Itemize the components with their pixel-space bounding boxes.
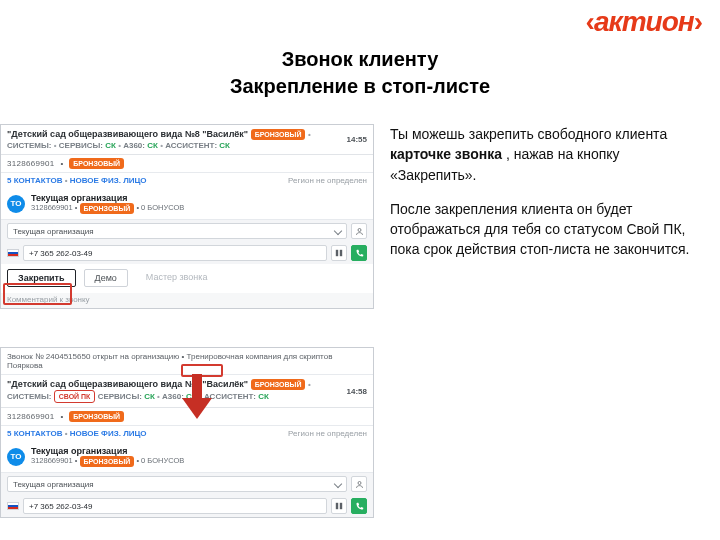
svg-rect-3 xyxy=(192,374,202,400)
demo-button[interactable]: Демо xyxy=(84,269,128,287)
region-hint: Регион не определен xyxy=(288,176,367,185)
screenshot-before: "Детский сад общеразвивающего вида №8 "В… xyxy=(0,124,374,309)
call-banner: Звонок № 2404515650 открыт на организаци… xyxy=(1,348,373,375)
action-tabs: Закрепить Демо Мастер звонка xyxy=(1,264,373,293)
badge-bronze-2: БРОНЗОВЫЙ xyxy=(69,158,124,169)
title-line-2: Закрепление в стоп-листе xyxy=(0,73,720,100)
pause-button[interactable] xyxy=(331,245,347,261)
svg-point-5 xyxy=(358,481,361,484)
org-id: 3128669901 xyxy=(7,159,55,168)
title-line-1: Звонок клиенту xyxy=(0,46,720,73)
org-select[interactable]: Текущая организация xyxy=(7,223,347,239)
phone-input[interactable]: +7 365 262-03-49 xyxy=(23,245,327,261)
org-id: 3128669901 xyxy=(7,412,55,421)
svg-point-0 xyxy=(358,228,361,231)
svg-rect-1 xyxy=(336,250,338,256)
person-button[interactable] xyxy=(351,476,367,492)
chevron-down-icon xyxy=(334,480,342,488)
screenshots-column: "Детский сад общеразвивающего вида №8 "В… xyxy=(0,124,380,522)
pause-button[interactable] xyxy=(331,498,347,514)
brand-angle-left: ‹ xyxy=(586,6,594,37)
comment-label: Комментарий к звонку xyxy=(1,293,373,308)
description-column: Ты можешь закрепить свободного клиента к… xyxy=(380,124,720,522)
svg-rect-2 xyxy=(340,250,342,256)
page-title: Звонок клиенту Закрепление в стоп-листе xyxy=(0,46,720,100)
call-time: 14:55 xyxy=(347,135,367,144)
phone-input[interactable]: +7 365 262-03-49 xyxy=(23,498,327,514)
svg-rect-6 xyxy=(336,503,338,509)
chevron-down-icon xyxy=(334,227,342,235)
org-select[interactable]: Текущая организация xyxy=(7,476,347,492)
brand-angle-right: › xyxy=(694,6,702,37)
paragraph-1: Ты можешь закрепить свободного клиента к… xyxy=(390,124,698,185)
flag-ru-icon xyxy=(7,249,19,257)
call-button[interactable] xyxy=(351,498,367,514)
call-time: 14:58 xyxy=(347,387,367,396)
wizard-button[interactable]: Мастер звонка xyxy=(136,269,218,287)
person-button[interactable] xyxy=(351,223,367,239)
fix-button[interactable]: Закрепить xyxy=(7,269,76,287)
svg-rect-7 xyxy=(340,503,342,509)
badge-own-pk: СВОЙ ПК xyxy=(54,390,96,403)
flag-ru-icon xyxy=(7,502,19,510)
avatar: ТО xyxy=(7,195,25,213)
svg-marker-4 xyxy=(182,398,212,419)
contacts-count: 5 КОНТАКТОВ xyxy=(7,176,62,185)
avatar: ТО xyxy=(7,448,25,466)
badge-bronze: БРОНЗОВЫЙ xyxy=(251,379,306,390)
badge-bronze: БРОНЗОВЫЙ xyxy=(251,129,306,140)
brand-text: актион xyxy=(594,6,694,37)
brand-logo: ‹актион› xyxy=(586,6,702,38)
call-button[interactable] xyxy=(351,245,367,261)
current-org-label: Текущая организация xyxy=(31,193,367,203)
new-person-link[interactable]: НОВОЕ ФИЗ. ЛИЦО xyxy=(70,176,147,185)
arrow-down-icon xyxy=(180,374,214,424)
screenshot-after: Звонок № 2404515650 открыт на организаци… xyxy=(0,347,374,518)
org-title: "Детский сад общеразвивающего вида №8 "В… xyxy=(7,129,248,139)
paragraph-2: После закрепления клиента он будет отобр… xyxy=(390,199,698,260)
